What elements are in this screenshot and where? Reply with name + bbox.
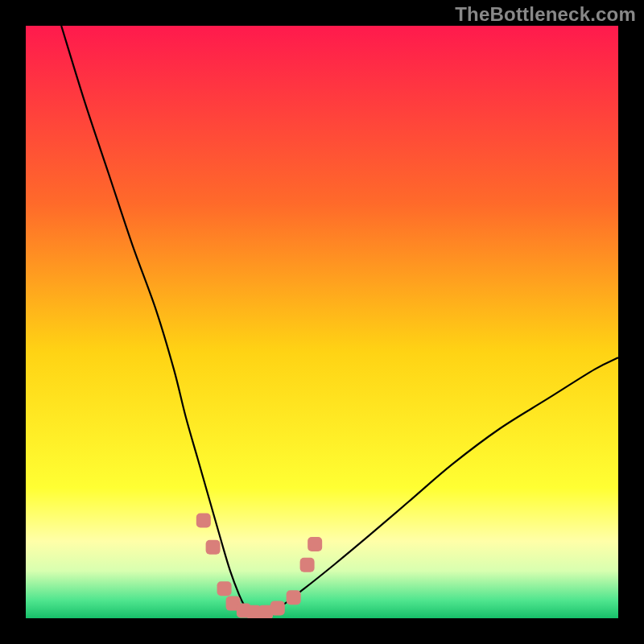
marker-point xyxy=(300,558,315,572)
marker-point xyxy=(308,537,322,551)
bottom-markers-group xyxy=(196,514,322,618)
watermark-text: TheBottleneck.com xyxy=(455,3,636,26)
plot-area xyxy=(26,26,618,618)
curve-layer xyxy=(26,26,618,618)
marker-point xyxy=(196,514,211,528)
marker-point xyxy=(270,601,285,615)
marker-point xyxy=(217,581,232,596)
marker-point xyxy=(287,590,301,605)
chart-frame: TheBottleneck.com xyxy=(0,0,644,644)
bottleneck-curve xyxy=(61,26,618,613)
marker-point xyxy=(206,540,221,555)
